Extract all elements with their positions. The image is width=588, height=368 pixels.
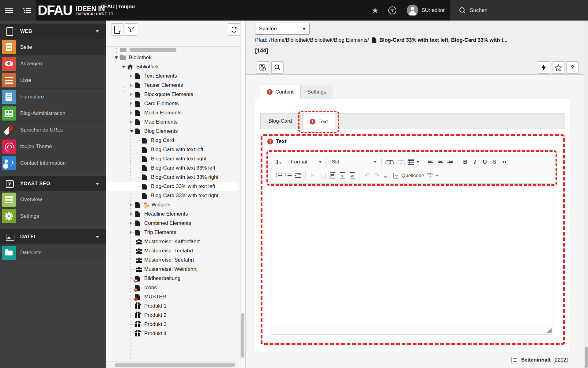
tree-horizontal-scrollbar[interactable] [106, 361, 238, 368]
align-center[interactable] [436, 157, 445, 167]
tree-node[interactable]: Text Elements [106, 71, 238, 81]
bullet-list[interactable] [284, 171, 292, 180]
resize-handle[interactable] [547, 328, 552, 333]
tree-expander-icon[interactable] [115, 56, 120, 59]
tree-vertical-scrollbar[interactable] [240, 21, 245, 361]
tree-expander-icon[interactable] [130, 231, 135, 234]
tree-node[interactable]: Icons [106, 283, 238, 292]
tree-node[interactable]: Teaser Elements [106, 81, 238, 90]
tree-node[interactable]: Media Elements [106, 108, 238, 117]
tree-node[interactable]: Produkt 3 [106, 320, 238, 329]
sidebar-module-item[interactable]: Seite [0, 39, 106, 56]
sidebar-module-item[interactable]: Anzeigen [0, 56, 106, 72]
tree-node[interactable]: Blog-Card with text left [106, 145, 238, 154]
numbered-list[interactable] [274, 171, 283, 180]
style-select[interactable]: Stil [330, 157, 378, 167]
paste-from-word[interactable]: W [348, 171, 356, 180]
tree-expander-icon[interactable] [130, 102, 135, 105]
dfau-logo[interactable]: DFAU IDEEN IN ENTWICKLUNG [38, 0, 109, 21]
tree-node[interactable]: Blog-Card with text 33% left [106, 163, 238, 173]
tree-expander-icon[interactable] [130, 221, 135, 225]
search-input[interactable]: Suchen [450, 0, 588, 21]
help-button[interactable]: ? [383, 0, 401, 21]
blockquote[interactable]: ” [500, 157, 509, 167]
tree-node[interactable]: Musterreise: Kaffeefahrt [106, 237, 238, 246]
tree-node[interactable]: Combined Elements [106, 219, 238, 228]
bookmark-record-button[interactable] [552, 61, 564, 74]
bold[interactable]: B [461, 157, 469, 167]
sidebar-module-item[interactable]: Overview [0, 191, 106, 208]
italic[interactable]: I [471, 157, 479, 167]
tree-node[interactable]: Blockquote Elements [106, 90, 238, 99]
tab-blog-card[interactable]: Blog-Card [261, 113, 300, 129]
underline[interactable]: U [481, 157, 489, 167]
tree-node[interactable]: Trip Elements [106, 228, 238, 237]
tree-expander-icon[interactable] [130, 83, 135, 87]
tree-node[interactable]: Blog-Card with text right [106, 154, 238, 163]
sidebar-section-header[interactable]: DATEI [0, 229, 106, 244]
tree-node[interactable]: Bildbearbeitung [106, 274, 238, 283]
undo[interactable]: ↶ [363, 171, 371, 180]
strikethrough[interactable]: S [490, 157, 499, 167]
tree-node[interactable]: Musterreise: Teefahrt [106, 246, 238, 255]
align-left[interactable] [426, 157, 435, 167]
paste-as-text[interactable]: T [338, 171, 347, 180]
sidebar-section-header[interactable]: WEB [0, 24, 106, 39]
bookmark-button[interactable]: ★ [367, 0, 383, 21]
tab-settings[interactable]: Settings [301, 85, 333, 99]
paste[interactable] [328, 171, 337, 180]
tree-node[interactable]: Map Elements [106, 117, 238, 127]
spellcheck[interactable]: ABC [426, 171, 439, 180]
sidebar-module-item[interactable]: toujou Theme [0, 138, 106, 155]
main-scroll-thumb[interactable] [585, 347, 588, 368]
sidebar-module-item[interactable]: Formulare [0, 89, 106, 105]
user-menu[interactable]: SU: editor [401, 0, 450, 21]
tree-node[interactable]: Musterreise: Weinfahrt [106, 265, 238, 274]
main-scrollbar[interactable] [584, 21, 588, 368]
rte-editing-area[interactable] [270, 184, 553, 324]
tree-node[interactable]: Headline Elements [106, 209, 238, 219]
table[interactable] [407, 157, 420, 167]
show-blocks[interactable] [383, 171, 391, 180]
tree-node[interactable]: Blog-Card with text 33% right [106, 173, 238, 182]
tree-expander-icon[interactable] [130, 130, 135, 132]
tree-expander-icon[interactable] [122, 66, 127, 68]
tree-node[interactable]: Blog-Card 33% with text right [106, 191, 238, 200]
menu-toggle-button[interactable] [0, 0, 18, 21]
indent[interactable] [294, 171, 302, 180]
tree-expander-icon[interactable] [130, 93, 135, 96]
pagetree-toggle-button[interactable] [18, 0, 36, 21]
source[interactable]: Quellcode [392, 171, 425, 180]
docheader-help-button[interactable]: ? [566, 61, 579, 74]
tree-node[interactable]: Bibliothek [106, 53, 238, 62]
save-actions-button[interactable] [538, 61, 550, 74]
tree-expander-icon[interactable] [130, 203, 135, 207]
tree-horizontal-scroll-thumb[interactable] [115, 363, 235, 367]
tree-node[interactable]: Bibliothek [106, 62, 238, 71]
unlink[interactable]: × [396, 157, 405, 167]
view-webpage-button[interactable] [257, 61, 269, 74]
sidebar-module-item[interactable]: Sprechende URLs [0, 122, 106, 138]
tree-node[interactable]: Produkt 4 [106, 329, 238, 338]
tree-node[interactable]: Blog Elements [106, 127, 238, 136]
refresh-button[interactable] [228, 23, 240, 36]
link[interactable] [385, 157, 394, 167]
filter-button[interactable] [125, 23, 137, 36]
tree-expander-icon[interactable] [130, 74, 135, 78]
remove-format[interactable]: T [274, 157, 283, 167]
tree-node[interactable]: Produkt 2 [106, 311, 238, 320]
tree-node[interactable]: Produkt 1 [106, 301, 238, 311]
sidebar-section-header[interactable]: YOAST SEO [0, 176, 106, 191]
copy[interactable] [318, 171, 327, 180]
tree-vertical-scroll-thumb[interactable] [241, 313, 244, 358]
sidebar-module-item[interactable]: Settings [0, 208, 106, 224]
view-mode-select[interactable]: Spalten [255, 23, 310, 35]
sidebar-module-item[interactable]: Blog-Administration [0, 105, 106, 122]
format-select[interactable]: Format [289, 157, 323, 167]
tree-node[interactable]: Musterreise: Seefahrt [106, 255, 238, 265]
search-record-button[interactable] [271, 61, 284, 74]
tree-node[interactable]: Widgets [106, 200, 238, 209]
tree-node[interactable]: MUSTER [106, 292, 238, 301]
new-page-button[interactable] [111, 23, 123, 36]
tree-node[interactable]: Blog Card [106, 136, 238, 145]
